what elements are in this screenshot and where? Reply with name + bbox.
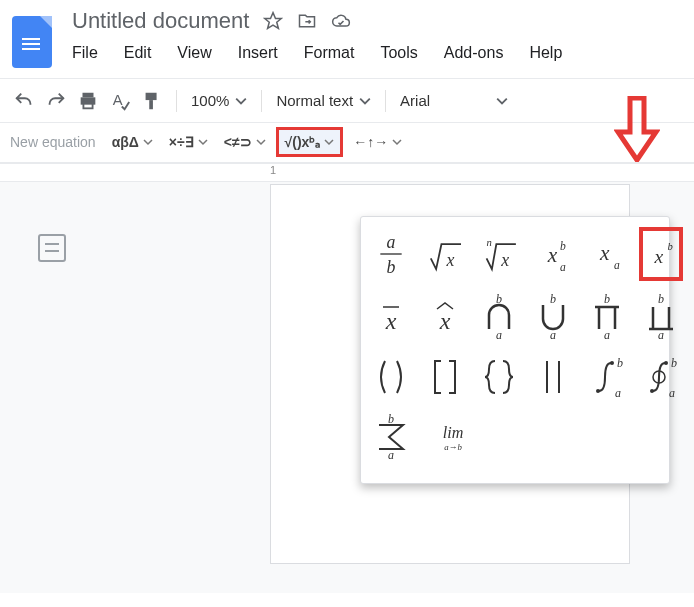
svg-text:a: a	[615, 386, 621, 400]
chevron-down-icon	[256, 137, 266, 147]
menu-format[interactable]: Format	[304, 44, 355, 62]
document-title[interactable]: Untitled document	[72, 8, 249, 34]
star-icon[interactable]	[263, 11, 283, 31]
svg-text:x: x	[445, 250, 454, 270]
math-item-xhat[interactable]: x	[423, 293, 467, 341]
svg-text:a: a	[496, 328, 502, 341]
math-item-oint[interactable]: ba	[639, 353, 683, 401]
svg-text:b: b	[671, 356, 677, 370]
math-item-subsuper[interactable]: xba	[531, 227, 575, 281]
menu-help[interactable]: Help	[529, 44, 562, 62]
math-item-limit[interactable]: lima→b	[423, 413, 483, 461]
math-operations-menu[interactable]: √()xᵇₐ	[276, 127, 344, 157]
svg-text:A: A	[113, 91, 123, 107]
svg-point-39	[664, 361, 668, 365]
svg-rect-6	[149, 100, 153, 109]
svg-text:b: b	[604, 293, 610, 306]
math-item-bigcap[interactable]: ba	[477, 293, 521, 341]
svg-rect-3	[83, 102, 92, 108]
redo-button[interactable]	[42, 87, 70, 115]
math-item-integral[interactable]: ba	[585, 353, 629, 401]
svg-text:x: x	[653, 246, 663, 267]
ruler: 1	[0, 164, 694, 182]
svg-text:a: a	[388, 448, 394, 461]
chevron-down-icon	[324, 137, 334, 147]
paragraph-style-select[interactable]: Normal text	[272, 92, 375, 109]
math-item-braces[interactable]	[477, 353, 521, 401]
equation-toolbar: New equation αβΔ ×÷∃ <≠⊃ √()xᵇₐ ←↑→	[0, 123, 694, 163]
main-menu: File Edit View Insert Format Tools Add-o…	[72, 44, 562, 62]
menu-tools[interactable]: Tools	[380, 44, 417, 62]
new-equation-button[interactable]: New equation	[10, 134, 96, 150]
cloud-status-icon[interactable]	[331, 11, 351, 31]
svg-text:b: b	[560, 240, 566, 252]
svg-marker-0	[265, 13, 282, 29]
svg-text:b: b	[658, 293, 664, 306]
chevron-down-icon	[359, 95, 371, 107]
math-item-bigcup[interactable]: ba	[531, 293, 575, 341]
svg-text:b: b	[387, 257, 396, 277]
math-item-xbar[interactable]: x	[369, 293, 413, 341]
svg-text:x: x	[385, 308, 397, 334]
svg-text:a: a	[387, 232, 396, 252]
chevron-down-icon	[143, 137, 153, 147]
math-item-bars[interactable]	[531, 353, 575, 401]
greek-letters-menu[interactable]: αβΔ	[106, 130, 159, 154]
main-toolbar: A 100% Normal text Arial	[0, 79, 694, 123]
move-to-folder-icon[interactable]	[297, 11, 317, 31]
math-item-product[interactable]: ba	[585, 293, 629, 341]
math-item-parens[interactable]	[369, 353, 413, 401]
annotation-arrow-icon	[614, 96, 660, 166]
font-select[interactable]: Arial	[396, 92, 512, 109]
math-item-nthroot[interactable]: nx	[477, 227, 521, 281]
svg-text:a: a	[550, 328, 556, 341]
math-item-subscript[interactable]: xa	[585, 227, 629, 281]
math-item-coproduct[interactable]: ba	[639, 293, 683, 341]
svg-text:a→b: a→b	[444, 442, 462, 452]
svg-text:b: b	[617, 356, 623, 370]
math-item-sqrt[interactable]: x	[423, 227, 467, 281]
menu-view[interactable]: View	[177, 44, 211, 62]
misc-operators-menu[interactable]: ×÷∃	[163, 130, 214, 154]
docs-logo	[12, 16, 52, 68]
svg-point-34	[610, 361, 614, 365]
zoom-value: 100%	[191, 92, 229, 109]
svg-text:a: a	[669, 386, 675, 400]
svg-text:x: x	[547, 243, 558, 267]
spellcheck-button[interactable]: A	[106, 87, 134, 115]
chevron-down-icon	[392, 137, 402, 147]
menu-edit[interactable]: Edit	[124, 44, 152, 62]
arrows-menu[interactable]: ←↑→	[347, 130, 408, 154]
svg-text:x: x	[439, 308, 451, 334]
math-item-sum[interactable]: ba	[369, 413, 413, 461]
paint-format-button[interactable]	[138, 87, 166, 115]
print-button[interactable]	[74, 87, 102, 115]
svg-text:a: a	[604, 328, 610, 341]
menu-file[interactable]: File	[72, 44, 98, 62]
paragraph-style-value: Normal text	[276, 92, 353, 109]
zoom-select[interactable]: 100%	[187, 92, 251, 109]
chevron-down-icon	[198, 137, 208, 147]
svg-rect-1	[83, 92, 94, 97]
chevron-down-icon	[496, 95, 508, 107]
svg-text:x: x	[500, 250, 509, 270]
undo-button[interactable]	[10, 87, 38, 115]
svg-text:a: a	[658, 328, 664, 341]
chevron-down-icon	[235, 95, 247, 107]
svg-point-40	[650, 389, 654, 393]
math-operations-dropdown: ab x nx xba xa xb x x ba ba ba ba ba ba …	[360, 216, 670, 484]
svg-text:n: n	[487, 237, 492, 248]
font-value: Arial	[400, 92, 430, 109]
outline-toggle-icon[interactable]	[38, 234, 66, 262]
relations-menu[interactable]: <≠⊃	[218, 130, 272, 154]
svg-point-35	[596, 389, 600, 393]
menu-addons[interactable]: Add-ons	[444, 44, 504, 62]
math-item-fraction[interactable]: ab	[369, 227, 413, 281]
svg-text:b: b	[668, 241, 673, 252]
menu-insert[interactable]: Insert	[238, 44, 278, 62]
svg-text:a: a	[614, 259, 620, 271]
math-item-brackets[interactable]	[423, 353, 467, 401]
svg-text:lim: lim	[443, 424, 464, 441]
svg-rect-5	[146, 92, 157, 99]
math-item-superscript[interactable]: xb	[639, 227, 683, 281]
